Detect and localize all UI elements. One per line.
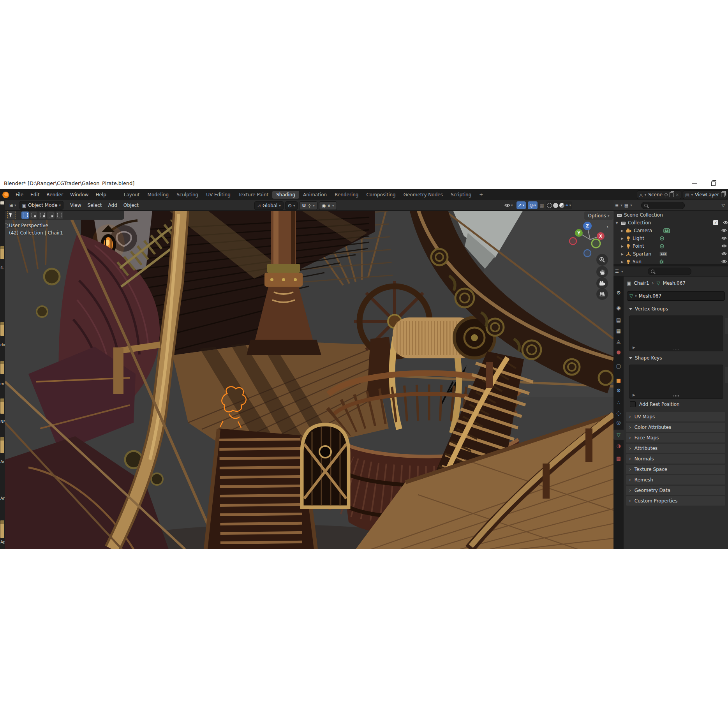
outliner-row-point[interactable]: ▶ Point: [620, 242, 728, 250]
zoom-tool-button[interactable]: [596, 254, 608, 266]
menu-render[interactable]: Render: [43, 192, 67, 197]
eye-icon[interactable]: [723, 220, 728, 226]
disclosure-triangle[interactable]: ▶: [620, 252, 624, 256]
outliner-search[interactable]: [641, 202, 685, 209]
pin-icon[interactable]: [665, 193, 668, 196]
shape-keys-list[interactable]: ▶: [629, 365, 723, 399]
overlays-toggle[interactable]: ◎▾: [528, 201, 538, 209]
disclosure-triangle[interactable]: ▶: [620, 260, 624, 264]
tab-texture-paint[interactable]: Texture Paint: [234, 191, 272, 199]
pan-tool-button[interactable]: [596, 266, 608, 278]
disclosure-triangle[interactable]: ▶: [620, 245, 624, 248]
tab-output[interactable]: ▤: [613, 315, 624, 325]
tab-texture[interactable]: ▩: [613, 453, 624, 463]
shape-keys-ops[interactable]: [725, 367, 728, 383]
specials-arrow[interactable]: ▶: [633, 393, 635, 397]
properties-search[interactable]: [648, 268, 691, 275]
tab-modifiers[interactable]: ⚙: [613, 385, 624, 395]
tab-render[interactable]: ◉: [613, 303, 624, 313]
solid-shading-button[interactable]: [553, 203, 558, 208]
eye-icon[interactable]: [721, 236, 727, 241]
eye-icon[interactable]: [721, 259, 727, 264]
tab-object-data[interactable]: ▽: [613, 430, 624, 440]
display-mode-icon[interactable]: ▤: [624, 203, 628, 208]
tab-layout[interactable]: Layout: [120, 191, 144, 199]
menu-add[interactable]: Add: [105, 203, 120, 208]
checkbox[interactable]: [630, 401, 636, 407]
gizmos-toggle[interactable]: ↗▾: [516, 201, 526, 209]
section-uv-maps[interactable]: ›UV Maps: [626, 412, 725, 421]
specials-arrow[interactable]: ▶: [633, 345, 635, 349]
tab-geometry-nodes[interactable]: Geometry Nodes: [400, 191, 447, 199]
menu-object[interactable]: Object: [120, 203, 142, 208]
outliner-row-spartan[interactable]: ▶ Spartan 123: [620, 250, 728, 258]
tab-world[interactable]: ●: [613, 347, 624, 357]
section-remesh[interactable]: ›Remesh: [626, 475, 725, 485]
section-attributes[interactable]: ›Attributes: [626, 444, 725, 453]
section-face-maps[interactable]: ›Face Maps: [626, 433, 725, 442]
eye-icon[interactable]: [721, 228, 727, 233]
section-custom-properties[interactable]: ›Custom Properties: [626, 496, 725, 506]
menu-file[interactable]: File: [12, 192, 27, 197]
axis-minus-z-ball[interactable]: [584, 250, 591, 257]
resize-grip[interactable]: [673, 395, 679, 397]
editor-type-button[interactable]: ⊞▾: [7, 202, 18, 209]
options-button[interactable]: Options ▾: [584, 212, 613, 220]
visibility-dropdown[interactable]: ▾: [503, 201, 515, 209]
tab-animation[interactable]: Animation: [299, 191, 331, 199]
snap-toggle[interactable]: U ⊹ ▾: [299, 201, 317, 210]
menu-edit[interactable]: Edit: [27, 192, 43, 197]
select-mode-extend[interactable]: [30, 212, 37, 219]
camera-view-button[interactable]: [596, 277, 608, 289]
copy-viewlayer-icon[interactable]: [721, 192, 725, 197]
scene-selector[interactable]: ◬ ▾ Scene ✕: [637, 190, 681, 199]
outliner-row-camera[interactable]: ▶ Camera: [620, 227, 728, 234]
outliner-editor-icon[interactable]: ≡: [615, 203, 619, 208]
select-mode-intersect[interactable]: [56, 212, 63, 219]
eye-icon[interactable]: [721, 251, 727, 257]
tab-compositing[interactable]: Compositing: [362, 191, 399, 199]
tab-object[interactable]: ■: [613, 375, 624, 385]
orientation-dropdown[interactable]: ⊿ Global ▾: [254, 201, 284, 210]
section-texture-space[interactable]: ›Texture Space: [626, 465, 725, 474]
rendered-shading-button[interactable]: [566, 204, 568, 206]
breadcrumb-object[interactable]: Chair1: [634, 280, 649, 286]
active-tool-select-box[interactable]: [7, 211, 16, 219]
tab-scene[interactable]: ◬: [613, 336, 624, 346]
filter-icon[interactable]: ▽: [722, 203, 725, 208]
axis-minus-y-ball[interactable]: [592, 239, 600, 248]
section-normals[interactable]: ›Normals: [626, 454, 725, 464]
breadcrumb-data[interactable]: Mesh.067: [663, 280, 686, 286]
resize-grip[interactable]: [673, 347, 679, 350]
tab-collection[interactable]: ▢: [613, 361, 624, 371]
disclosure-triangle[interactable]: ▼: [615, 221, 619, 225]
add-workspace-button[interactable]: +: [475, 191, 487, 199]
tab-physics[interactable]: ◌: [613, 408, 624, 418]
shape-keys-header[interactable]: Shape Keys: [629, 355, 662, 361]
tab-sculpting[interactable]: Sculpting: [173, 191, 202, 199]
3d-viewport[interactable]: ⊞▾ ▣ Object Mode ▾ View Select Add Objec…: [5, 200, 613, 549]
tab-view-layer[interactable]: ▦: [613, 326, 624, 336]
disclosure-triangle[interactable]: ▶: [620, 229, 624, 233]
blender-logo-icon[interactable]: [2, 192, 9, 198]
minimize-button[interactable]: —: [689, 180, 700, 187]
tab-particles[interactable]: ∴: [613, 397, 624, 407]
tab-uv-editing[interactable]: UV Editing: [202, 191, 234, 199]
outliner-row-scene-collection[interactable]: Scene Collection: [617, 211, 663, 219]
viewlayer-selector[interactable]: ▤ ▾ ViewLayer: [683, 190, 727, 199]
vertex-groups-list[interactable]: ▶: [629, 316, 723, 351]
material-shading-button[interactable]: [559, 203, 564, 208]
wireframe-shading-button[interactable]: [547, 203, 552, 208]
vertex-groups-header[interactable]: Vertex Groups: [629, 306, 668, 312]
add-rest-position-row[interactable]: Add Rest Position: [630, 401, 680, 407]
menu-window[interactable]: Window: [67, 192, 92, 197]
tab-rendering[interactable]: Rendering: [331, 191, 362, 199]
eye-icon[interactable]: [721, 243, 727, 249]
xray-toggle-icon[interactable]: ▦: [539, 203, 544, 208]
select-mode-set[interactable]: [21, 212, 29, 219]
tab-constraints[interactable]: ◎: [613, 417, 624, 427]
mesh-name-field[interactable]: ▽ ▾ Mesh.067: [627, 291, 725, 301]
properties-editor-icon[interactable]: ☰: [615, 269, 619, 274]
tab-modeling[interactable]: Modeling: [144, 191, 173, 199]
tab-shading[interactable]: Shading: [272, 191, 299, 199]
